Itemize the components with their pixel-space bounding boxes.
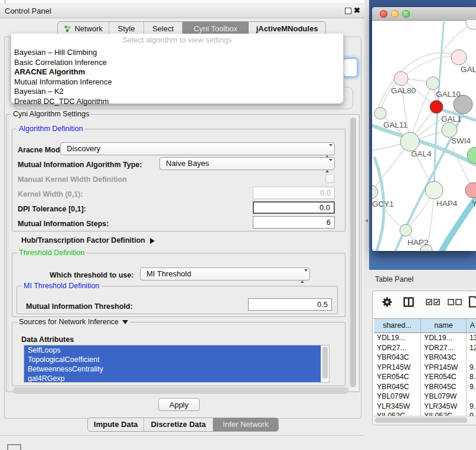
network-node-gcy1[interactable] (372, 185, 378, 198)
mi-steps-label: Mutual Information Steps: (18, 220, 109, 228)
network-edge (378, 53, 459, 109)
zoom-traffic-light[interactable] (402, 10, 410, 18)
column-header[interactable]: A (467, 319, 476, 332)
settings-horizontal-scrollbar[interactable] (13, 387, 348, 394)
network-node-gal4[interactable] (400, 132, 419, 151)
table-horizontal-scrollbar[interactable] (374, 416, 476, 424)
attribute-item-selected[interactable]: TopologicalCoefficient (24, 355, 321, 364)
dpi-tolerance-field[interactable]: 0.0 (253, 201, 335, 214)
table-row[interactable]: YER054CYER054C8. (374, 372, 476, 382)
table-row[interactable]: YLR345WYLR345W9. (374, 402, 476, 412)
network-node-gal11[interactable] (374, 107, 386, 119)
scrollbar-thumb[interactable] (350, 118, 356, 387)
algorithm-option[interactable]: Dream8 DC_TDC Algorithm (11, 97, 343, 107)
table-cell: YDL19... (374, 333, 421, 343)
gear-icon[interactable] (382, 297, 392, 307)
dropdown-prompt: Select algorithm to view settings (11, 35, 343, 44)
tab-infer-network[interactable]: Infer Network (213, 418, 278, 431)
network-node-top-partial[interactable] (466, 20, 476, 30)
node-label: HAP4 (436, 199, 458, 208)
manual-kernel-checkbox[interactable] (325, 174, 334, 183)
table-row[interactable]: YBR045CYBR045C9. (374, 382, 476, 392)
node-label: SWI4 (451, 136, 471, 145)
list-scrollbar[interactable] (321, 345, 329, 382)
selected-value: MI Threshold (146, 269, 191, 278)
attribute-item-selected[interactable]: SelfLoops (24, 345, 321, 355)
node-label: GAL (461, 65, 476, 74)
split-columns-icon[interactable] (403, 297, 414, 307)
focused-combo-fragment[interactable] (343, 58, 357, 77)
table-panel-window: shared... name A YDL19...YDL19...13YDR27… (372, 291, 476, 425)
threshold-select[interactable]: MI Threshold (140, 268, 310, 281)
mi-algorithm-type-select[interactable]: Naive Bayes (159, 157, 335, 170)
network-node-gal10[interactable] (426, 77, 439, 90)
close-icon[interactable]: ✖ (354, 6, 360, 15)
node-label: GAL10 (436, 90, 461, 99)
table-row[interactable]: YDR27...YDR27...12 (374, 343, 476, 353)
network-node-gal1[interactable] (442, 122, 457, 138)
algorithm-option[interactable]: Bayesian – Hill Climbing (11, 48, 343, 58)
tab-discretize-data[interactable]: Discretize Data (144, 418, 213, 431)
sources-title: Sources for Network Inference (19, 318, 119, 326)
table-row[interactable]: YPR145WYPR145W9. (374, 363, 476, 373)
table-cell: YBR045C (421, 382, 467, 392)
control-panel-titlebar (0, 4, 364, 18)
node-label: GAL11 (383, 120, 407, 129)
which-threshold-label: Which threshold to use: (50, 271, 133, 279)
column-header[interactable]: shared... (374, 319, 421, 332)
algorithm-option[interactable]: Mutual Information Inference (11, 77, 343, 87)
network-edge (372, 124, 476, 167)
hub-definition-toggle[interactable]: Hub/Transcription Factor Definition (21, 236, 155, 244)
network-edge (372, 192, 406, 230)
minimized-palette-icon[interactable] (7, 444, 21, 450)
mi-steps-field[interactable]: 6 (253, 216, 335, 229)
mi-threshold-field[interactable]: 0.5 (248, 298, 332, 311)
scrollbar-thumb[interactable] (375, 418, 467, 423)
sources-toggle[interactable]: Sources for Network Inference (17, 318, 130, 326)
table-row[interactable]: YBL079WYBL079W (374, 392, 476, 402)
mi-type-label: Mutual Information Algorithm Type: (18, 161, 142, 169)
network-canvas[interactable]: GALGAL80GAL10GAL1GAL11SWI4GAL4GCY1HAP4YH… (372, 20, 476, 251)
network-node-red-node[interactable] (430, 100, 443, 113)
column-header[interactable]: name (421, 319, 467, 332)
data-attributes-list[interactable]: SelfLoopsTopologicalCoefficientBetweenne… (24, 345, 330, 383)
window-bottom-edge (0, 435, 364, 436)
attribute-item-selected[interactable]: BetweennessCentrality (24, 364, 321, 374)
node-label: GAL80 (391, 86, 416, 95)
splitter-handle-icon[interactable] (365, 219, 368, 223)
table-cell: 8. (467, 372, 476, 382)
table-cell: 9. (467, 402, 476, 412)
table-cell: YDR27... (421, 343, 467, 353)
hide-columns-icon[interactable] (448, 299, 462, 305)
group-title: Algorithm Definition (17, 125, 84, 133)
network-window-titlebar[interactable] (372, 7, 476, 21)
network-node-gal7[interactable] (451, 50, 467, 65)
algorithm-option[interactable]: Basic Correlation Inference (11, 58, 343, 68)
table-row[interactable]: YBR043CYBR043C (374, 353, 476, 363)
table-row[interactable]: YDL19...YDL19...13 (374, 333, 476, 343)
mi-threshold-label: Mutual Information Threshold: (26, 302, 133, 311)
scrollbar-thumb[interactable] (322, 347, 328, 379)
network-node-hap4[interactable] (425, 181, 443, 199)
network-view-window[interactable]: GALGAL80GAL10GAL1GAL11SWI4GAL4GCY1HAP4YH… (372, 7, 476, 251)
expand-right-icon (150, 238, 155, 244)
tab-impute-data[interactable]: Impute Data (88, 418, 144, 431)
show-checked-columns-icon[interactable] (426, 299, 440, 305)
collapse-down-icon (122, 320, 128, 324)
close-traffic-light[interactable] (380, 10, 387, 18)
network-node-gal80[interactable] (394, 71, 408, 86)
aracne-mode-select[interactable]: Discovery (60, 142, 335, 155)
node-label: GAL1 (441, 115, 462, 123)
selected-value: Naive Bayes (166, 159, 209, 168)
minimize-traffic-light[interactable] (391, 10, 399, 18)
network-node-y-pink[interactable] (465, 182, 476, 198)
group-title: Cyni Algorithm Settings (11, 110, 91, 118)
table-cell: YBL079W (421, 392, 467, 402)
network-node-hap2[interactable] (400, 224, 412, 236)
attribute-item-selected[interactable]: gal4RGexp (24, 374, 321, 383)
algorithm-option[interactable]: ARACNE Algorithm (11, 67, 343, 77)
export-table-icon[interactable] (468, 296, 476, 308)
float-window-icon[interactable] (345, 8, 351, 14)
apply-button[interactable]: Apply (158, 398, 200, 411)
algorithm-option[interactable]: Bayesian – K2 (11, 87, 343, 97)
